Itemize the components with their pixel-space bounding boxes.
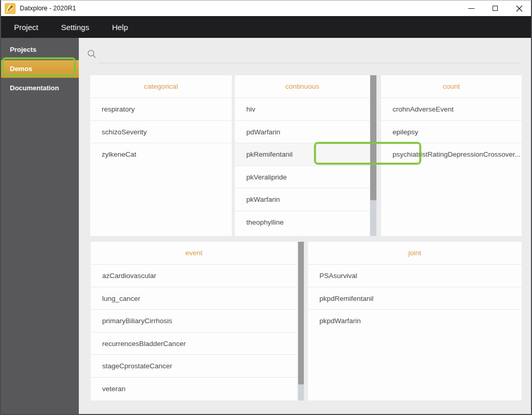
panel-count: count crohnAdverseEventepilepsypsychiatr… bbox=[381, 75, 522, 236]
list-item-veteran[interactable]: veteran bbox=[91, 377, 297, 400]
list-item-pkWarfarin[interactable]: pkWarfarin bbox=[235, 188, 370, 211]
panel-joint: joint PSAsurvivalpkpdRemifentanilpkpdWar… bbox=[308, 242, 522, 400]
window-controls bbox=[459, 1, 531, 16]
panel-title-categorical: categorical bbox=[90, 75, 232, 98]
list-item-pdWarfarin[interactable]: pdWarfarin bbox=[235, 120, 370, 143]
list-item-epilepsy[interactable]: epilepsy bbox=[381, 120, 522, 143]
panel-title-continuous: continuous bbox=[235, 75, 370, 98]
search-input[interactable] bbox=[99, 48, 521, 63]
app-logo-icon bbox=[5, 3, 16, 14]
main-content: categorical respiratoryschizoSeverityzyl… bbox=[79, 38, 531, 414]
panel-continuous: continuous hivpdWarfarinpkRemifentanilpk… bbox=[235, 75, 370, 236]
search-bar bbox=[87, 48, 521, 65]
list-item-pkpdWarfarin[interactable]: pkpdWarfarin bbox=[308, 309, 522, 332]
minimize-button[interactable] bbox=[459, 1, 483, 16]
list-item-crohnAdverseEvent[interactable]: crohnAdverseEvent bbox=[381, 98, 522, 120]
panel-title-event: event bbox=[91, 242, 297, 264]
list-item-pkpdRemifentanil[interactable]: pkpdRemifentanil bbox=[308, 287, 522, 310]
list-item-primaryBiliaryCirrhosis[interactable]: primaryBiliaryCirrhosis bbox=[91, 309, 297, 332]
menu-settings[interactable]: Settings bbox=[61, 23, 89, 32]
menu-bar: Project Settings Help bbox=[1, 16, 531, 38]
close-icon bbox=[516, 5, 523, 12]
sidebar: Projects Demos Documentation bbox=[1, 38, 79, 414]
list-item-pkVeralipride[interactable]: pkVeralipride bbox=[235, 165, 370, 188]
scrollbar-continuous[interactable] bbox=[370, 75, 376, 236]
list-item-recurrencesBladderCancer[interactable]: recurrencesBladderCancer bbox=[91, 332, 297, 355]
list-item-PSAsurvival[interactable]: PSAsurvival bbox=[308, 264, 522, 287]
list-item-azCardiovascular[interactable]: azCardiovascular bbox=[91, 264, 297, 287]
sidebar-item-demos[interactable]: Demos bbox=[1, 60, 79, 78]
panel-event: event azCardiovascularlung_cancerprimary… bbox=[91, 242, 297, 400]
menu-help[interactable]: Help bbox=[112, 23, 128, 32]
list-item-hiv[interactable]: hiv bbox=[235, 98, 370, 120]
search-icon bbox=[87, 49, 96, 59]
menu-project[interactable]: Project bbox=[14, 23, 38, 32]
app-window: Datxplore - 2020R1 Project Settings Help… bbox=[0, 0, 532, 415]
minimize-icon bbox=[468, 8, 474, 9]
panel-title-joint: joint bbox=[308, 242, 522, 264]
list-item-lung_cancer[interactable]: lung_cancer bbox=[91, 287, 297, 310]
list-item-zylkeneCat[interactable]: zylkeneCat bbox=[90, 143, 232, 165]
window-title: Datxplore - 2020R1 bbox=[20, 5, 76, 12]
title-bar: Datxplore - 2020R1 bbox=[1, 1, 531, 16]
maximize-icon bbox=[493, 6, 498, 11]
sidebar-item-projects[interactable]: Projects bbox=[1, 41, 79, 59]
panel-categorical: categorical respiratoryschizoSeverityzyl… bbox=[90, 75, 232, 236]
maximize-button[interactable] bbox=[483, 1, 507, 16]
list-item-schizoSeverity[interactable]: schizoSeverity bbox=[90, 120, 232, 143]
scrollbar-thumb[interactable] bbox=[370, 75, 376, 200]
list-item-psychiatristRatingDepressionCrossover...[interactable]: psychiatristRatingDepressionCrossover... bbox=[381, 143, 522, 165]
list-item-pkRemifentanil[interactable]: pkRemifentanil bbox=[235, 143, 370, 165]
list-item-respiratory[interactable]: respiratory bbox=[90, 98, 232, 120]
sidebar-item-documentation[interactable]: Documentation bbox=[1, 79, 79, 97]
scrollbar-thumb[interactable] bbox=[298, 242, 304, 384]
scrollbar-event[interactable] bbox=[298, 242, 304, 400]
close-button[interactable] bbox=[507, 1, 531, 16]
panel-title-count: count bbox=[381, 75, 522, 98]
list-item-stageCprostateCancer[interactable]: stageCprostateCancer bbox=[91, 354, 297, 377]
list-item-theophylline[interactable]: theophylline bbox=[235, 211, 370, 233]
